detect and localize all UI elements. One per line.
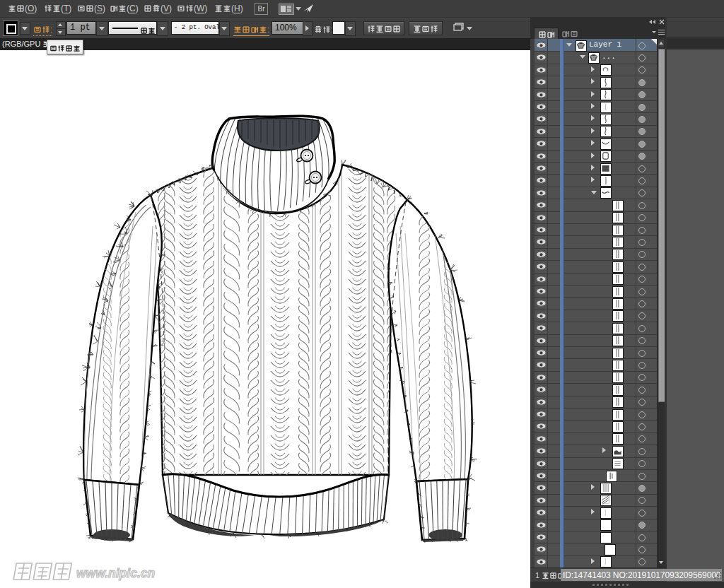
svg-text:www.nipic.cn: www.nipic.cn xyxy=(76,566,155,580)
